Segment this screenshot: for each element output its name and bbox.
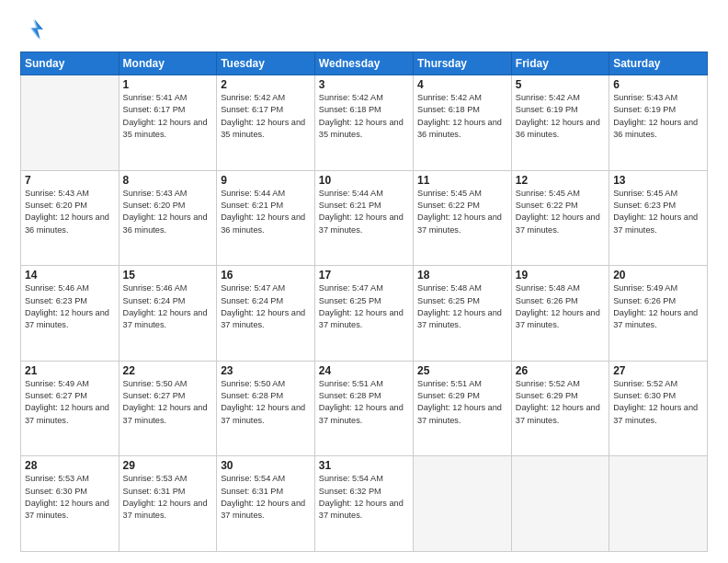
day-info: Sunrise: 5:44 AMSunset: 6:21 PMDaylight:… (221, 188, 311, 236)
sunrise-label: Sunrise: 5:42 AM (221, 93, 285, 102)
sunrise-label: Sunrise: 5:42 AM (319, 93, 383, 102)
sunset-label: Sunset: 6:23 PM (613, 201, 676, 210)
calendar-cell (414, 456, 512, 552)
day-info: Sunrise: 5:54 AMSunset: 6:32 PMDaylight:… (319, 473, 409, 522)
calendar-cell: 13Sunrise: 5:45 AMSunset: 6:23 PMDayligh… (609, 170, 708, 266)
day-info: Sunrise: 5:54 AMSunset: 6:31 PMDaylight:… (221, 473, 311, 522)
day-number: 5 (516, 78, 605, 91)
sunset-label: Sunset: 6:22 PM (516, 201, 578, 210)
daylight-label: Daylight: 12 hours and 37 minutes. (613, 308, 698, 329)
day-number: 8 (123, 174, 213, 187)
day-info: Sunrise: 5:53 AMSunset: 6:30 PMDaylight:… (25, 473, 115, 522)
day-number: 30 (221, 459, 311, 472)
calendar-cell: 9Sunrise: 5:44 AMSunset: 6:21 PMDaylight… (217, 170, 315, 266)
sunrise-label: Sunrise: 5:52 AM (516, 379, 580, 388)
sunset-label: Sunset: 6:21 PM (319, 201, 381, 210)
sunset-label: Sunset: 6:27 PM (25, 391, 87, 400)
day-number: 17 (319, 269, 409, 282)
sunrise-label: Sunrise: 5:48 AM (417, 283, 482, 293)
day-number: 18 (417, 269, 507, 282)
calendar-cell: 6Sunrise: 5:43 AMSunset: 6:19 PMDaylight… (609, 75, 708, 171)
day-info: Sunrise: 5:48 AMSunset: 6:25 PMDaylight:… (417, 282, 507, 331)
calendar-header-row: SundayMondayTuesdayWednesdayThursdayFrid… (21, 52, 708, 75)
sunset-label: Sunset: 6:26 PM (516, 296, 578, 305)
calendar-cell: 23Sunrise: 5:50 AMSunset: 6:28 PMDayligh… (217, 361, 315, 456)
sunset-label: Sunset: 6:23 PM (25, 296, 87, 305)
day-number: 2 (221, 78, 311, 91)
sunrise-label: Sunrise: 5:54 AM (319, 474, 383, 483)
sunrise-label: Sunrise: 5:43 AM (25, 189, 89, 198)
calendar-cell: 24Sunrise: 5:51 AMSunset: 6:28 PMDayligh… (314, 361, 413, 456)
daylight-label: Daylight: 12 hours and 37 minutes. (417, 213, 502, 234)
day-info: Sunrise: 5:47 AMSunset: 6:25 PMDaylight:… (319, 282, 409, 331)
day-info: Sunrise: 5:52 AMSunset: 6:29 PMDaylight:… (516, 378, 605, 427)
daylight-label: Daylight: 12 hours and 37 minutes. (221, 403, 305, 424)
sunrise-label: Sunrise: 5:42 AM (516, 93, 580, 102)
sunset-label: Sunset: 6:24 PM (221, 296, 283, 305)
day-header-saturday: Saturday (609, 52, 708, 75)
day-number: 4 (417, 78, 507, 91)
sunrise-label: Sunrise: 5:50 AM (123, 379, 188, 388)
sunset-label: Sunset: 6:22 PM (417, 201, 480, 210)
daylight-label: Daylight: 12 hours and 37 minutes. (25, 499, 109, 520)
calendar-cell: 14Sunrise: 5:46 AMSunset: 6:23 PMDayligh… (21, 266, 119, 362)
sunrise-label: Sunrise: 5:44 AM (221, 189, 285, 198)
calendar-cell: 21Sunrise: 5:49 AMSunset: 6:27 PMDayligh… (21, 361, 119, 456)
daylight-label: Daylight: 12 hours and 37 minutes. (319, 308, 404, 329)
daylight-label: Daylight: 12 hours and 37 minutes. (417, 403, 502, 424)
sunrise-label: Sunrise: 5:51 AM (417, 379, 482, 388)
daylight-label: Daylight: 12 hours and 37 minutes. (319, 213, 404, 234)
sunrise-label: Sunrise: 5:45 AM (417, 189, 482, 198)
sunset-label: Sunset: 6:25 PM (319, 296, 381, 305)
calendar-cell: 27Sunrise: 5:52 AMSunset: 6:30 PMDayligh… (609, 361, 708, 456)
sunrise-label: Sunrise: 5:46 AM (25, 283, 89, 293)
day-info: Sunrise: 5:43 AMSunset: 6:20 PMDaylight:… (123, 188, 213, 236)
day-number: 6 (613, 78, 703, 91)
calendar-cell: 3Sunrise: 5:42 AMSunset: 6:18 PMDaylight… (314, 75, 413, 171)
sunrise-label: Sunrise: 5:53 AM (123, 474, 188, 483)
sunrise-label: Sunrise: 5:47 AM (221, 283, 285, 293)
sunset-label: Sunset: 6:26 PM (613, 296, 676, 305)
daylight-label: Daylight: 12 hours and 36 minutes. (516, 118, 600, 139)
daylight-label: Daylight: 12 hours and 36 minutes. (417, 118, 502, 139)
sunset-label: Sunset: 6:31 PM (123, 487, 186, 496)
day-info: Sunrise: 5:41 AMSunset: 6:17 PMDaylight:… (123, 92, 213, 141)
day-info: Sunrise: 5:42 AMSunset: 6:18 PMDaylight:… (417, 92, 507, 141)
daylight-label: Daylight: 12 hours and 35 minutes. (221, 118, 305, 139)
day-header-sunday: Sunday (21, 52, 119, 75)
calendar-cell: 15Sunrise: 5:46 AMSunset: 6:24 PMDayligh… (119, 266, 217, 362)
calendar-cell: 28Sunrise: 5:53 AMSunset: 6:30 PMDayligh… (21, 456, 119, 552)
day-info: Sunrise: 5:49 AMSunset: 6:27 PMDaylight:… (25, 378, 115, 427)
sunset-label: Sunset: 6:30 PM (25, 487, 87, 496)
sunrise-label: Sunrise: 5:41 AM (123, 93, 188, 102)
daylight-label: Daylight: 12 hours and 37 minutes. (417, 308, 502, 329)
day-info: Sunrise: 5:53 AMSunset: 6:31 PMDaylight:… (123, 473, 213, 522)
daylight-label: Daylight: 12 hours and 36 minutes. (613, 118, 698, 139)
sunset-label: Sunset: 6:20 PM (123, 201, 186, 210)
day-info: Sunrise: 5:45 AMSunset: 6:22 PMDaylight:… (417, 188, 507, 236)
calendar-cell: 8Sunrise: 5:43 AMSunset: 6:20 PMDaylight… (119, 170, 217, 266)
daylight-label: Daylight: 12 hours and 37 minutes. (123, 403, 208, 424)
calendar-cell: 29Sunrise: 5:53 AMSunset: 6:31 PMDayligh… (119, 456, 217, 552)
sunrise-label: Sunrise: 5:53 AM (25, 474, 89, 483)
calendar-cell: 2Sunrise: 5:42 AMSunset: 6:17 PMDaylight… (217, 75, 315, 171)
sunrise-label: Sunrise: 5:45 AM (613, 189, 677, 198)
day-number: 3 (319, 78, 409, 91)
day-number: 26 (516, 364, 605, 377)
calendar-cell: 4Sunrise: 5:42 AMSunset: 6:18 PMDaylight… (414, 75, 512, 171)
daylight-label: Daylight: 12 hours and 35 minutes. (319, 118, 404, 139)
day-number: 7 (25, 174, 115, 187)
daylight-label: Daylight: 12 hours and 35 minutes. (123, 118, 208, 139)
sunrise-label: Sunrise: 5:47 AM (319, 283, 383, 293)
daylight-label: Daylight: 12 hours and 37 minutes. (319, 499, 404, 520)
day-number: 28 (25, 459, 115, 472)
sunrise-label: Sunrise: 5:43 AM (613, 93, 677, 102)
sunrise-label: Sunrise: 5:43 AM (123, 189, 188, 198)
sunset-label: Sunset: 6:29 PM (417, 391, 480, 400)
day-number: 22 (123, 364, 213, 377)
calendar-cell: 31Sunrise: 5:54 AMSunset: 6:32 PMDayligh… (314, 456, 413, 552)
sunset-label: Sunset: 6:17 PM (221, 105, 283, 114)
calendar-cell: 25Sunrise: 5:51 AMSunset: 6:29 PMDayligh… (414, 361, 512, 456)
calendar-body: 1Sunrise: 5:41 AMSunset: 6:17 PMDaylight… (21, 75, 708, 552)
day-number: 27 (613, 364, 703, 377)
